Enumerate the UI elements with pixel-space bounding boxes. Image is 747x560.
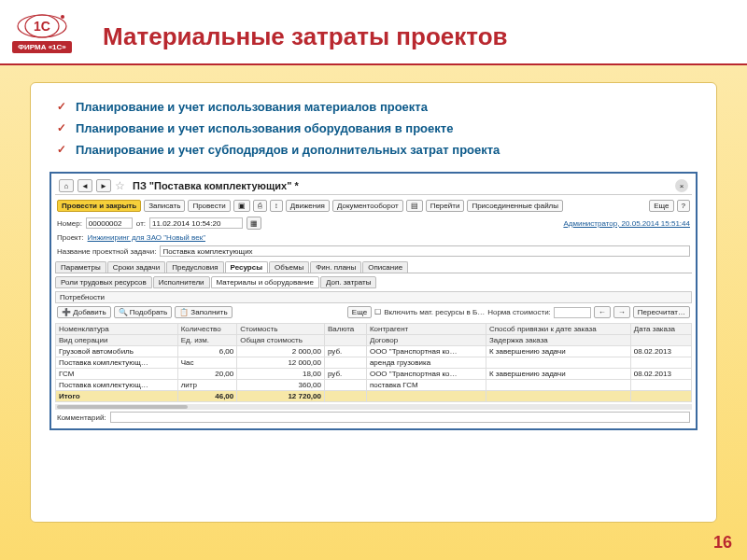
table-row[interactable]: Поставка комплектующ… литр 360,00 постав…: [56, 380, 692, 391]
pick-button[interactable]: 🔍 Подобрать: [114, 306, 173, 318]
project-row: Проект: Инжиниринг для ЗАО "Новый век": [55, 231, 692, 244]
calendar-icon[interactable]: ▦: [247, 217, 261, 230]
materials-grid: Номенклатура Количество Стоимость Валюта…: [55, 323, 692, 402]
post-button[interactable]: Провести: [188, 200, 230, 212]
tab-finplans[interactable]: Фин. планы: [310, 261, 361, 273]
comment-label: Комментарий:: [57, 413, 106, 422]
grid-more-button[interactable]: Еще: [347, 306, 372, 318]
norm-field[interactable]: [554, 307, 591, 318]
user-link[interactable]: Администратор, 20.05.2014 15:51:44: [563, 219, 690, 228]
table-row[interactable]: Поставка комплектующ… Час 12 000,00 арен…: [56, 357, 692, 369]
section-needs: Потребности: [55, 291, 692, 303]
bullet-item: Планирование и учет использования матери…: [49, 96, 698, 118]
date-field[interactable]: 11.02.2014 10:54:20: [149, 217, 243, 229]
tab-desc[interactable]: Описание: [362, 261, 408, 273]
checkbox-icon[interactable]: ☐: [374, 308, 381, 316]
tab-precond[interactable]: Предусловия: [166, 261, 223, 273]
scrollbar[interactable]: [55, 404, 692, 410]
main-toolbar: Провести и закрыть Записать Провести ▣ ⎙…: [55, 197, 692, 215]
table-row[interactable]: Грузовой автомобиль 6,00 2 000,00 руб. О…: [56, 346, 692, 357]
task-label: Название проектной задачи:: [57, 247, 156, 256]
subtabs: Роли трудовых ресурсов Исполнители Матер…: [55, 276, 692, 288]
toolbar-icon[interactable]: ▤: [406, 200, 423, 212]
close-icon[interactable]: ×: [675, 179, 688, 192]
subtab-executors[interactable]: Исполнители: [153, 276, 210, 288]
help-button[interactable]: ?: [677, 200, 690, 212]
page-number: 16: [713, 533, 732, 553]
goto-button[interactable]: Перейти: [426, 200, 465, 212]
project-label: Проект:: [57, 233, 84, 242]
app-window: ⌂ ◄ ► ☆ ПЗ "Поставка комплектующих" * × …: [49, 172, 698, 430]
content-panel: Планирование и учет использования матери…: [30, 82, 717, 523]
save-button[interactable]: Записать: [144, 200, 185, 212]
col-cost: Стоимость: [237, 324, 325, 335]
date-label: от:: [136, 219, 146, 228]
nav-prev-icon[interactable]: ◄: [78, 179, 92, 192]
col-nomenclature: Номенклатура: [56, 324, 178, 335]
tab-resources[interactable]: Ресурсы: [225, 261, 268, 273]
docflow-button[interactable]: Документооборот: [332, 200, 403, 212]
task-field[interactable]: Поставка комплектующих: [160, 245, 690, 257]
col-currency: Валюта: [324, 324, 366, 335]
slide-title: Материальные затраты проектов: [103, 22, 508, 51]
star-icon[interactable]: ☆: [115, 179, 125, 192]
move-left-icon[interactable]: ←: [594, 306, 611, 318]
comment-field[interactable]: [110, 412, 690, 423]
comment-row: Комментарий:: [55, 410, 692, 425]
header-row-2: Вид операции Ед. изм. Общая стоимость До…: [56, 335, 692, 346]
total-row: Итого 46,00 12 720,00: [56, 391, 692, 402]
number-field[interactable]: 00000002: [86, 217, 133, 229]
task-row: Название проектной задачи: Поставка комп…: [55, 244, 692, 259]
post-close-button[interactable]: Провести и закрыть: [57, 200, 141, 212]
number-label: Номер:: [57, 219, 82, 228]
toolbar-icon[interactable]: ⎙: [253, 200, 267, 212]
subtab-extra[interactable]: Доп. затраты: [320, 276, 376, 288]
logo-1c-icon: 1С: [16, 13, 68, 39]
attached-button[interactable]: Присоединенные файлы: [467, 200, 563, 212]
bullet-item: Планирование и учет использования оборуд…: [49, 118, 698, 139]
col-binding: Способ привязки к дате заказа: [486, 324, 630, 335]
nav-next-icon[interactable]: ►: [96, 179, 111, 192]
fill-button[interactable]: 📋 Заполнить: [175, 306, 233, 318]
table-row[interactable]: ГСМ 20,00 18,00 руб. ООО "Транспортная к…: [56, 369, 692, 380]
project-link[interactable]: Инжиниринг для ЗАО "Новый век": [88, 233, 205, 242]
grid-toolbar: ➕ Добавить 🔍 Подобрать 📋 Заполнить Еще ☐…: [55, 303, 692, 321]
logo-1c: 1С ФИРМА «1С»: [9, 7, 75, 59]
svg-text:1С: 1С: [34, 19, 50, 34]
col-optype: Вид операции: [56, 335, 178, 346]
col-unit: Ед. изм.: [177, 335, 237, 346]
logo-label: ФИРМА «1С»: [12, 41, 72, 53]
window-title: ПЗ "Поставка комплектующих" *: [133, 180, 299, 191]
header-bar: 1С ФИРМА «1С» Материальные затраты проек…: [0, 0, 747, 65]
tab-volumes[interactable]: Объемы: [269, 261, 309, 273]
toolbar-icon[interactable]: ↕: [270, 200, 283, 212]
col-totalcost: Общая стоимость: [237, 335, 325, 346]
movements-button[interactable]: Движения: [286, 200, 330, 212]
col-qty: Количество: [177, 324, 237, 335]
col-contract: Договор: [366, 335, 486, 346]
norm-label: Норма стоимости:: [487, 308, 551, 316]
move-right-icon[interactable]: →: [613, 306, 630, 318]
subtab-materials[interactable]: Материалы и оборудование: [211, 276, 319, 288]
include-label: Включить мат. ресурсы в Б…: [384, 308, 485, 316]
tabs: Параметры Сроки задачи Предусловия Ресур…: [55, 261, 692, 273]
header-row-1: Номенклатура Количество Стоимость Валюта…: [56, 324, 692, 335]
recalc-button[interactable]: Пересчитат…: [633, 306, 690, 318]
col-counterparty: Контрагент: [366, 324, 486, 335]
subtab-roles[interactable]: Роли трудовых ресурсов: [55, 276, 152, 288]
window-titlebar: ⌂ ◄ ► ☆ ПЗ "Поставка комплектующих" * ×: [55, 177, 692, 195]
nav-back-icon[interactable]: ⌂: [59, 179, 74, 192]
bullet-item: Планирование и учет субподрядов и дополн…: [49, 139, 698, 161]
svg-point-2: [61, 15, 64, 19]
bullet-list: Планирование и учет использования матери…: [49, 96, 698, 161]
tab-params[interactable]: Параметры: [55, 261, 106, 273]
more-button[interactable]: Еще: [649, 200, 673, 212]
toolbar-icon[interactable]: ▣: [233, 200, 250, 212]
add-button[interactable]: ➕ Добавить: [57, 306, 111, 318]
number-row: Номер: 00000002 от: 11.02.2014 10:54:20 …: [55, 215, 692, 231]
tab-dates[interactable]: Сроки задачи: [107, 261, 166, 273]
col-delay: Задержка заказа: [486, 335, 630, 346]
col-orderdate: Дата заказа: [630, 324, 691, 335]
